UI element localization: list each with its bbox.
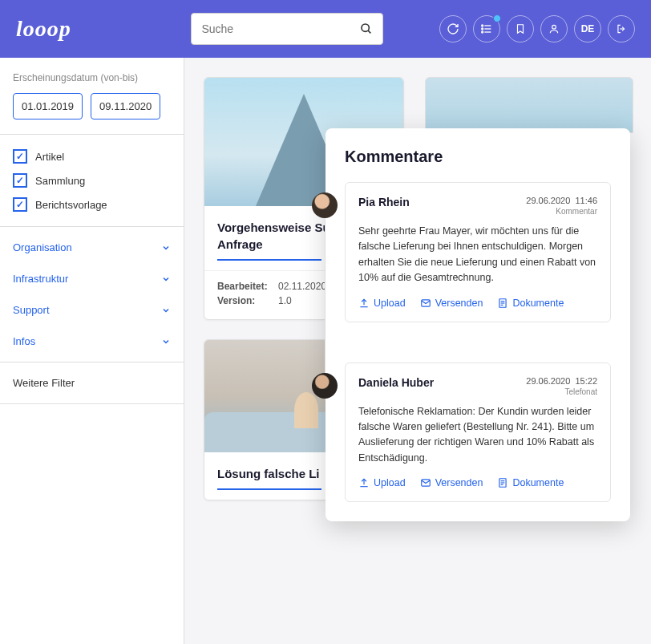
mail-icon <box>420 298 431 309</box>
bookmark-icon <box>515 23 526 34</box>
search-input[interactable] <box>201 22 360 35</box>
check-icon: ✓ <box>13 173 27 188</box>
accordion-organisation[interactable]: Organisation <box>0 232 184 263</box>
comment-item: Daniela Huber 29.06.2020 15:22 Telefonat… <box>345 363 611 503</box>
chevron-down-icon <box>161 243 171 253</box>
checkbox-berichtsvorlage[interactable]: ✓ Berichtsvorlage <box>13 197 171 212</box>
comment-author: Pia Rhein <box>358 196 410 209</box>
language-button[interactable]: DE <box>574 15 601 43</box>
comment-datetime: 29.06.2020 11:46 <box>526 196 597 205</box>
checkbox-label: Artikel <box>35 151 64 163</box>
date-to-input[interactable]: 09.11.2020 <box>91 93 160 119</box>
avatar <box>312 373 338 399</box>
search-input-wrap[interactable] <box>191 13 383 45</box>
svg-point-0 <box>362 24 369 31</box>
card-peek <box>425 77 633 133</box>
document-icon <box>497 477 508 488</box>
check-icon: ✓ <box>13 197 27 212</box>
svg-point-7 <box>482 31 483 33</box>
upload-icon <box>358 477 370 488</box>
edited-value: 02.11.2020 <box>278 281 326 292</box>
chevron-down-icon <box>161 337 171 346</box>
search-icon <box>360 22 373 35</box>
logo: looop <box>16 16 71 42</box>
send-button[interactable]: Versenden <box>420 477 483 488</box>
upload-button[interactable]: Upload <box>358 298 406 309</box>
comment-datetime: 29.06.2020 15:22 <box>526 376 597 386</box>
edited-label: Bearbeitet: <box>217 281 272 292</box>
send-button[interactable]: Versenden <box>420 298 483 309</box>
date-from-input[interactable]: 01.01.2019 <box>13 93 83 119</box>
comments-panel: Kommentare Pia Rhein 29.06.2020 11:46 Ko… <box>326 128 630 521</box>
logout-icon <box>616 23 627 34</box>
chevron-down-icon <box>161 274 171 284</box>
avatar <box>312 192 338 218</box>
comment-body: Sehr geehrte Frau Mayer, wir möchten uns… <box>358 224 597 286</box>
svg-point-5 <box>482 25 483 26</box>
comment-type: Telefonat <box>526 387 597 396</box>
document-icon <box>497 298 508 309</box>
app-header: looop DE <box>0 0 651 58</box>
accordion-label: Organisation <box>13 241 72 253</box>
comments-title: Kommentare <box>345 148 611 166</box>
accordion-infos[interactable]: Infos <box>0 326 184 357</box>
accordion-label: Infos <box>13 335 35 347</box>
svg-point-8 <box>552 25 556 29</box>
comment-body: Telefonische Reklamation: Der Kundin wur… <box>358 404 597 467</box>
svg-line-1 <box>368 30 370 33</box>
chevron-down-icon <box>161 306 171 315</box>
check-icon: ✓ <box>13 149 27 164</box>
checkbox-sammlung[interactable]: ✓ Sammlung <box>13 173 171 188</box>
user-button[interactable] <box>540 15 568 43</box>
comment-item: Pia Rhein 29.06.2020 11:46 Kommentar Seh… <box>345 182 611 322</box>
upload-icon <box>358 298 370 309</box>
timeline-line <box>325 219 326 379</box>
mail-icon <box>420 477 431 488</box>
version-value: 1.0 <box>278 295 292 306</box>
checkbox-artikel[interactable]: ✓ Artikel <box>13 149 171 164</box>
comment-author: Daniela Huber <box>358 376 434 389</box>
accordion-label: Infrastruktur <box>13 273 68 285</box>
list-icon <box>480 22 493 35</box>
refresh-icon <box>447 22 459 35</box>
accordion-infrastruktur[interactable]: Infrastruktur <box>0 263 184 294</box>
user-icon <box>548 23 560 34</box>
date-range-label: Erscheinungsdatum (von-bis) <box>13 72 171 83</box>
refresh-button[interactable] <box>439 15 467 43</box>
accordion-support[interactable]: Support <box>0 294 184 326</box>
list-button[interactable] <box>473 15 500 43</box>
upload-button[interactable]: Upload <box>358 477 406 488</box>
svg-point-6 <box>482 28 483 30</box>
logout-button[interactable] <box>608 15 635 43</box>
more-filters[interactable]: Weitere Filter <box>0 363 184 404</box>
notification-dot <box>493 14 501 22</box>
documents-button[interactable]: Dokumente <box>497 477 564 488</box>
documents-button[interactable]: Dokumente <box>497 298 564 309</box>
checkbox-label: Berichtsvorlage <box>35 199 107 211</box>
comment-type: Kommentar <box>526 207 597 216</box>
bookmark-button[interactable] <box>507 15 534 43</box>
sidebar: Erscheinungsdatum (von-bis) 01.01.2019 0… <box>0 58 184 644</box>
checkbox-label: Sammlung <box>35 175 85 187</box>
version-label: Version: <box>217 295 272 306</box>
accordion-label: Support <box>13 304 50 316</box>
